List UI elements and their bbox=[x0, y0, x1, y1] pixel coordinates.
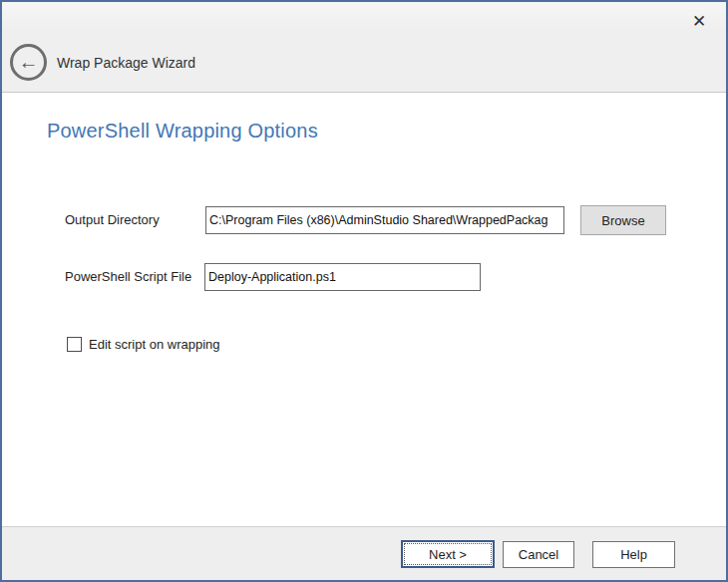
close-icon: ✕ bbox=[692, 13, 706, 30]
cancel-button[interactable]: Cancel bbox=[503, 541, 574, 568]
script-file-label: PowerShell Script File bbox=[65, 269, 191, 284]
output-directory-input[interactable] bbox=[205, 206, 564, 234]
help-button[interactable]: Help bbox=[592, 541, 675, 568]
back-button[interactable]: ← bbox=[10, 44, 47, 81]
script-file-input[interactable] bbox=[204, 263, 481, 291]
next-button[interactable]: Next > bbox=[401, 540, 495, 568]
wizard-header-row: ← Wrap Package Wizard bbox=[10, 44, 195, 81]
wizard-header-band: ✕ ← Wrap Package Wizard bbox=[2, 2, 726, 93]
content-area: PowerShell Wrapping Options Output Direc… bbox=[2, 94, 726, 526]
wizard-title: Wrap Package Wizard bbox=[57, 55, 195, 71]
output-directory-label: Output Directory bbox=[65, 212, 160, 227]
wizard-window: ✕ ← Wrap Package Wizard PowerShell Wrapp… bbox=[0, 0, 728, 582]
edit-script-checkbox-label[interactable]: Edit script on wrapping bbox=[89, 337, 220, 352]
back-arrow-icon: ← bbox=[19, 52, 39, 72]
page-title: PowerShell Wrapping Options bbox=[47, 120, 318, 143]
edit-script-checkbox[interactable] bbox=[67, 337, 82, 352]
browse-button[interactable]: Browse bbox=[580, 205, 666, 235]
close-button[interactable]: ✕ bbox=[684, 6, 714, 36]
footer-bar: Next > Cancel Help bbox=[2, 526, 726, 580]
